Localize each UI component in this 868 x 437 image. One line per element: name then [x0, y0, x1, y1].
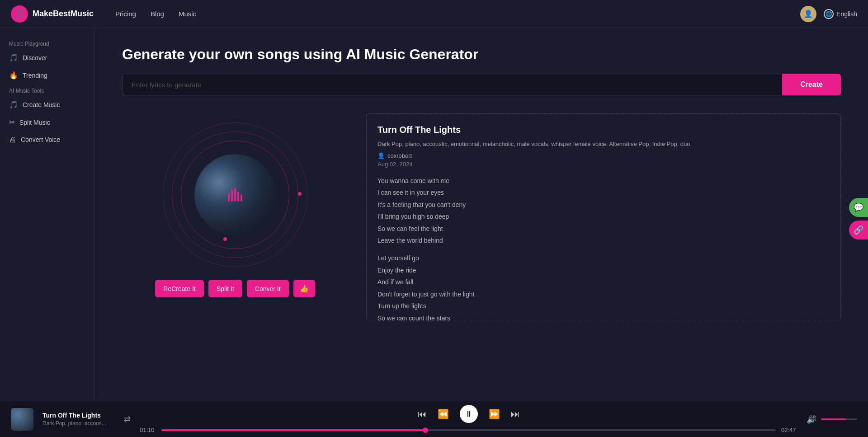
progress-fill [161, 429, 425, 431]
logo-icon: 🎵 [11, 5, 28, 23]
now-playing-info: Turn Off The Lights Dark Pop, piano, acc… [42, 412, 115, 427]
page-title: Generate your own songs using AI Music G… [122, 46, 841, 63]
bar-2 [231, 190, 233, 202]
nav-blog[interactable]: Blog [151, 10, 164, 18]
author-icon: 👤 [377, 152, 385, 159]
lyrics-line: So we can count the stars [377, 312, 830, 321]
float-share-button[interactable]: 🔗 [849, 221, 868, 240]
language-selector[interactable]: 🌐 English [824, 9, 857, 19]
lyrics-text: You wanna come with meI can see it in yo… [377, 175, 830, 322]
recreate-button[interactable]: ReCreate It [155, 280, 204, 297]
user-avatar[interactable]: 👤 [800, 6, 816, 22]
convert-voice-icon: 🖨 [9, 136, 16, 144]
like-button[interactable]: 👍 [293, 280, 315, 297]
sidebar-item-trending[interactable]: 🔥 Trending [0, 66, 94, 84]
sidebar-create-music-label: Create Music [23, 101, 60, 108]
sidebar-tools-label: AI Music Tools [0, 84, 94, 96]
search-row: Create [122, 74, 841, 95]
skip-forward-button[interactable]: ⏭ [511, 409, 520, 419]
controls-row: ⏮ ⏪ ⏸ ⏩ ⏭ [418, 405, 520, 423]
bar-5 [241, 194, 242, 202]
sidebar-split-music-label: Split Music [19, 119, 50, 126]
sidebar: Music Playgroud 🎵 Discover 🔥 Trending AI… [0, 28, 95, 401]
bar-1 [228, 193, 230, 202]
rewind-button[interactable]: ⏪ [438, 409, 449, 419]
float-chat-button[interactable]: 💬 [849, 198, 868, 217]
volume-bar[interactable] [821, 418, 857, 420]
main-content: Generate your own songs using AI Music G… [95, 28, 868, 401]
sidebar-item-convert-voice[interactable]: 🖨 Convert Voice [0, 131, 94, 148]
orbit-dot-1 [298, 192, 302, 196]
sidebar-item-split-music[interactable]: ✂ Split Music [0, 113, 94, 131]
song-date: Aug 02, 2024 [377, 161, 830, 168]
sidebar-item-create-music[interactable]: 🎵 Create Music [0, 96, 94, 113]
progress-row: 01:10 02:47 [140, 427, 797, 433]
now-playing-tags: Dark Pop, piano, accous... [42, 420, 115, 427]
player-controls: ⏮ ⏪ ⏸ ⏩ ⏭ 01:10 02:47 [140, 405, 797, 433]
split-music-icon: ✂ [9, 118, 15, 127]
album-art-inner [194, 154, 276, 235]
app-name: MakeBestMusic [33, 9, 94, 19]
lyrics-panel: Turn Off The Lights Dark Pop, piano, acc… [366, 113, 841, 321]
create-button[interactable]: Create [782, 74, 841, 95]
lyrics-line: I'll bring you high so deep [377, 211, 830, 223]
lyrics-line: Don't forget to just go with the light [377, 288, 830, 301]
sidebar-convert-voice-label: Convert Voice [21, 136, 60, 143]
song-tags: Dark Pop, piano, accoustic, emotionnal, … [377, 140, 830, 149]
sidebar-discover-label: Discover [23, 54, 47, 61]
lyrics-line: So we can feel the light [377, 223, 830, 235]
volume-section: 🔊 [807, 414, 857, 424]
sidebar-item-discover[interactable]: 🎵 Discover [0, 49, 94, 66]
fast-forward-button[interactable]: ⏩ [489, 409, 500, 419]
now-playing-art [11, 408, 33, 431]
convert-button[interactable]: Conver It [247, 280, 289, 297]
play-bars [228, 188, 242, 202]
right-float-buttons: 💬 🔗 [849, 198, 868, 240]
lyrics-line: Turn up the lights [377, 300, 830, 312]
play-pause-button[interactable]: ⏸ [460, 405, 478, 423]
logo-area[interactable]: 🎵 MakeBestMusic [11, 5, 94, 23]
lyrics-line: You wanna come with me [377, 175, 830, 187]
header-right: 👤 🌐 English [800, 6, 857, 22]
song-title: Turn Off The Lights [377, 125, 830, 135]
bottom-player: Turn Off The Lights Dark Pop, piano, acc… [0, 401, 868, 437]
split-button[interactable]: Split It [208, 280, 242, 297]
author-name: coxrobert [387, 152, 412, 159]
skip-back-button[interactable]: ⏮ [418, 409, 427, 419]
sidebar-trending-label: Trending [23, 72, 47, 79]
bar-3 [234, 188, 236, 202]
lyrics-line: It's a feeling that you can't deny [377, 199, 830, 211]
bar-4 [237, 192, 239, 202]
globe-icon: 🌐 [824, 9, 834, 19]
current-time: 01:10 [140, 427, 156, 433]
body-layout: Music Playgroud 🎵 Discover 🔥 Trending AI… [0, 28, 868, 401]
album-art [194, 154, 276, 235]
header: 🎵 MakeBestMusic Pricing Blog Music 👤 🌐 E… [0, 0, 868, 28]
shuffle-button[interactable]: ⇄ [124, 414, 131, 424]
trending-icon: 🔥 [9, 71, 18, 80]
volume-icon: 🔊 [807, 414, 816, 424]
nav-pricing[interactable]: Pricing [115, 10, 136, 18]
nav-music[interactable]: Music [179, 10, 196, 18]
lyrics-line: Leave the world behind [377, 235, 830, 247]
song-author: 👤 coxrobert [377, 152, 830, 159]
now-playing-title: Turn Off The Lights [42, 412, 115, 419]
create-music-icon: 🎵 [9, 100, 18, 109]
lyrics-line: And if we fall [377, 276, 830, 288]
total-time: 02:47 [781, 427, 797, 433]
lyrics-input[interactable] [122, 74, 782, 95]
visualizer-section: ReCreate It Split It Conver It 👍 [122, 113, 348, 401]
visualizer-container [163, 122, 307, 267]
volume-fill [821, 418, 846, 420]
action-buttons: ReCreate It Split It Conver It 👍 [155, 280, 315, 297]
discover-icon: 🎵 [9, 53, 18, 62]
progress-bar[interactable] [161, 429, 776, 431]
lyrics-blank-line [377, 247, 830, 252]
lyrics-line: Enjoy the ride [377, 264, 830, 277]
language-label: English [836, 10, 857, 18]
lyrics-line: I can see it in your eyes [377, 187, 830, 199]
player-area: ReCreate It Split It Conver It 👍 Turn Of… [122, 113, 841, 401]
sidebar-playground-label: Music Playgroud [0, 37, 94, 49]
progress-thumb [423, 428, 428, 433]
lyrics-line: Let yourself go [377, 252, 830, 264]
